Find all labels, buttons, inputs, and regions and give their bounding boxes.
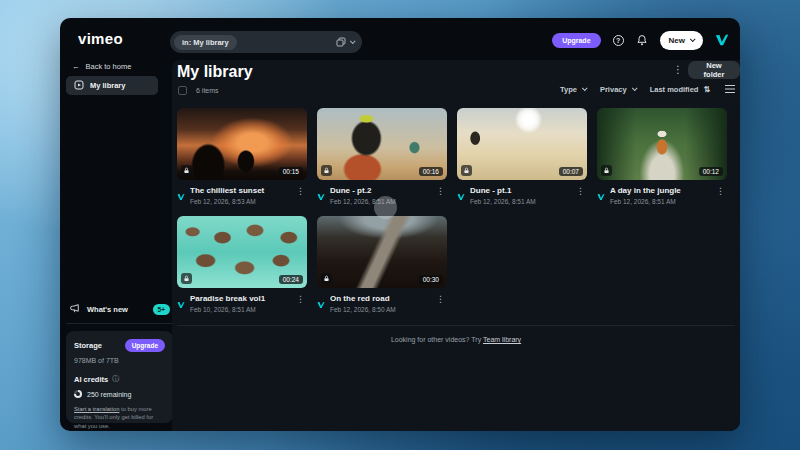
card-menu-icon[interactable]: ⋮ xyxy=(294,186,307,196)
upgrade-button[interactable]: Upgrade xyxy=(552,33,600,48)
footer-hint-text: Looking for other videos? Try xyxy=(391,336,483,343)
filter-sort-label: Last modified xyxy=(650,85,699,94)
sidebar-item-my-library[interactable]: My library xyxy=(66,76,158,95)
chevron-down-icon xyxy=(632,85,638,91)
filter-type-label: Type xyxy=(560,85,577,94)
credits-gauge-icon xyxy=(74,390,82,398)
team-library-link[interactable]: Team library xyxy=(483,336,521,343)
video-title[interactable]: On the red road xyxy=(330,294,429,303)
video-title[interactable]: Dune - pt.1 xyxy=(470,186,569,195)
video-title[interactable]: The chilliest sunset xyxy=(190,186,289,195)
video-duration: 00:07 xyxy=(559,167,583,176)
vimeo-v-icon xyxy=(317,295,325,313)
credits-remaining: 250 remaining xyxy=(87,391,131,398)
question-mark-glyph: ? xyxy=(613,35,624,46)
video-duration: 00:24 xyxy=(279,275,303,284)
sidebar-divider xyxy=(66,323,172,324)
start-translation-link[interactable]: Start a translation xyxy=(74,406,119,412)
ai-credits-note: Start a translation to buy more credits.… xyxy=(74,405,165,430)
video-date: Feb 12, 2026, 8:53 AM xyxy=(190,198,289,205)
page-title: My library xyxy=(177,63,253,81)
video-title[interactable]: Paradise break vol1 xyxy=(190,294,289,303)
new-folder-button[interactable]: New folder xyxy=(688,61,740,79)
card-menu-icon[interactable]: ⋮ xyxy=(714,186,727,196)
search-input[interactable]: in: My library xyxy=(170,31,362,53)
vimeo-wordmark-logo[interactable]: vimeo xyxy=(78,30,123,47)
video-date: Feb 12, 2026, 8:51 AM xyxy=(610,198,709,205)
vimeo-v-icon xyxy=(597,187,605,205)
video-duration: 00:12 xyxy=(699,167,723,176)
back-to-home-link[interactable]: ← Back to home xyxy=(72,62,131,71)
vimeo-v-icon xyxy=(177,187,185,205)
back-label: Back to home xyxy=(86,62,132,71)
privacy-lock-icon xyxy=(461,165,472,176)
new-button[interactable]: New xyxy=(660,31,703,50)
items-count: 6 items xyxy=(196,87,219,94)
new-button-label: New xyxy=(669,36,685,45)
library-menu-icon[interactable]: ⋮ xyxy=(672,64,684,75)
vimeo-v-icon xyxy=(457,187,465,205)
back-arrow-icon: ← xyxy=(72,62,80,71)
vimeo-v-logo[interactable] xyxy=(714,32,730,48)
library-icon xyxy=(74,80,84,92)
list-view-icon[interactable] xyxy=(724,84,736,94)
video-card[interactable]: 00:16 Dune - pt.2 Feb 12, 2026, 8:51 AM … xyxy=(317,108,447,205)
video-duration: 00:30 xyxy=(419,275,443,284)
sort-arrows-icon: ⇅ xyxy=(703,85,710,94)
filter-privacy-label: Privacy xyxy=(600,85,627,94)
video-card[interactable]: 00:07 Dune - pt.1 Feb 12, 2026, 8:51 AM … xyxy=(457,108,587,205)
video-date: Feb 10, 2026, 8:51 AM xyxy=(190,306,289,313)
help-icon[interactable]: ? xyxy=(612,34,625,47)
storage-card: Storage Upgrade 978MB of 7TB AI credits … xyxy=(66,331,173,423)
video-thumbnail[interactable]: 00:12 xyxy=(597,108,727,180)
chevron-down-icon xyxy=(582,85,588,91)
video-duration: 00:16 xyxy=(419,167,443,176)
sidebar-item-label: My library xyxy=(90,81,125,90)
video-card[interactable]: 00:15 The chilliest sunset Feb 12, 2026,… xyxy=(177,108,307,205)
whats-new-button[interactable]: What's new 5+ xyxy=(70,303,170,316)
video-thumbnail[interactable]: 00:15 xyxy=(177,108,307,180)
privacy-lock-icon xyxy=(321,273,332,284)
video-title[interactable]: Dune - pt.2 xyxy=(330,186,429,195)
filter-type[interactable]: Type xyxy=(560,85,586,94)
storage-title: Storage xyxy=(74,341,102,350)
whats-new-label: What's new xyxy=(87,305,128,314)
privacy-lock-icon xyxy=(601,165,612,176)
whats-new-badge: 5+ xyxy=(153,304,170,315)
privacy-lock-icon xyxy=(181,273,192,284)
vimeo-v-icon xyxy=(177,295,185,313)
search-scope-stack-icon xyxy=(336,33,346,51)
select-all-checkbox[interactable] xyxy=(178,86,187,95)
video-thumbnail[interactable]: 00:24 xyxy=(177,216,307,288)
filter-sort[interactable]: Last modified ⇅ xyxy=(650,85,710,94)
vimeo-v-icon xyxy=(317,187,325,205)
storage-upgrade-button[interactable]: Upgrade xyxy=(125,339,165,352)
video-card[interactable]: 00:12 A day in the jungle Feb 12, 2026, … xyxy=(597,108,727,205)
footer-divider xyxy=(177,325,735,326)
card-menu-icon[interactable]: ⋮ xyxy=(434,186,447,196)
video-title[interactable]: A day in the jungle xyxy=(610,186,709,195)
video-thumbnail[interactable]: 00:07 xyxy=(457,108,587,180)
vimeo-app-window: vimeo in: My library Upgrade ? New ← Bac… xyxy=(60,18,740,431)
video-thumbnail[interactable]: 00:30 xyxy=(317,216,447,288)
info-icon[interactable]: ⓘ xyxy=(112,374,119,384)
megaphone-icon xyxy=(70,303,81,316)
chevron-down-icon xyxy=(690,36,696,42)
storage-usage: 978MB of 7TB xyxy=(74,357,165,364)
cursor-highlight xyxy=(374,196,397,219)
card-menu-icon[interactable]: ⋮ xyxy=(434,294,447,304)
card-menu-icon[interactable]: ⋮ xyxy=(574,186,587,196)
video-date: Feb 12, 2026, 8:50 AM xyxy=(330,306,429,313)
video-card[interactable]: 00:30 On the red road Feb 12, 2026, 8:50… xyxy=(317,216,447,313)
search-scope-chip[interactable]: in: My library xyxy=(174,35,237,50)
notifications-bell-icon[interactable] xyxy=(636,34,649,47)
filter-privacy[interactable]: Privacy xyxy=(600,85,636,94)
video-date: Feb 12, 2026, 8:51 AM xyxy=(470,198,569,205)
video-thumbnail[interactable]: 00:16 xyxy=(317,108,447,180)
privacy-lock-icon xyxy=(321,165,332,176)
ai-credits-title: AI credits xyxy=(74,375,108,384)
card-menu-icon[interactable]: ⋮ xyxy=(294,294,307,304)
video-card[interactable]: 00:24 Paradise break vol1 Feb 10, 2026, … xyxy=(177,216,307,313)
chevron-down-icon[interactable] xyxy=(350,38,356,44)
privacy-lock-icon xyxy=(181,165,192,176)
